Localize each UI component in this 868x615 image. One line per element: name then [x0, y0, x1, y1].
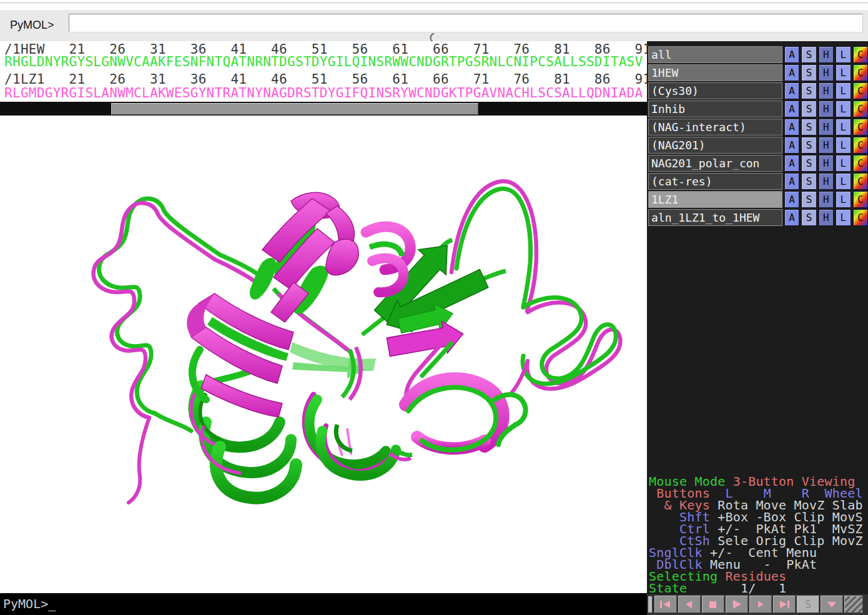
h-menu-button[interactable]: H — [819, 101, 834, 117]
back-button[interactable] — [678, 596, 701, 613]
h-menu-button[interactable]: H — [819, 137, 834, 154]
object-panel: allASHLC1HEWASHLC(Cys30)ASHLCInhibASHLC(… — [647, 41, 868, 615]
s-menu-button[interactable]: S — [801, 191, 816, 208]
end-button[interactable] — [773, 596, 796, 613]
l-menu-button[interactable]: L — [836, 173, 851, 190]
sequence-scrollbar[interactable] — [0, 102, 647, 116]
console-prompt: PyMOL>_ — [3, 593, 56, 615]
object-name[interactable]: NAG201_polar_con — [648, 155, 782, 172]
c-menu-button[interactable]: C — [853, 191, 868, 208]
console-bar: PyMOL>_ — [0, 593, 647, 615]
window-top-strip — [0, 0, 868, 10]
s-menu-button[interactable]: S — [801, 173, 816, 190]
s-menu-button[interactable]: S — [801, 209, 816, 226]
s-menu-button[interactable]: S — [801, 64, 816, 81]
s-menu-button[interactable]: S — [801, 119, 816, 135]
protein-cartoon-overlay — [0, 41, 647, 593]
l-menu-button[interactable]: L — [836, 82, 851, 99]
play-button[interactable] — [726, 596, 748, 613]
c-menu-button[interactable]: C — [853, 101, 868, 117]
c-menu-button[interactable]: C — [853, 209, 868, 226]
h-menu-button[interactable]: H — [819, 119, 834, 135]
object-name[interactable]: (NAG-interact) — [648, 119, 782, 135]
resize-grip[interactable] — [844, 596, 863, 613]
pymol-prompt-label: PyMOL> — [10, 19, 54, 32]
object-row--cat-res-: (cat-res)ASHLC — [647, 172, 868, 190]
object-row-all: allASHLC — [647, 46, 868, 64]
a-menu-button[interactable]: A — [784, 82, 799, 99]
l-menu-button[interactable]: L — [836, 101, 851, 117]
h-menu-button[interactable]: H — [819, 64, 834, 81]
command-input[interactable] — [69, 14, 863, 32]
playback-buttons: S — [654, 596, 864, 613]
l-menu-button[interactable]: L — [836, 46, 851, 63]
s-menu-button[interactable]: S — [801, 82, 816, 99]
sequence-scrollbar-thumb[interactable] — [111, 103, 478, 115]
h-menu-button[interactable]: H — [819, 155, 834, 172]
l-menu-button[interactable]: L — [836, 137, 851, 154]
object-name[interactable]: (Cys30) — [648, 82, 782, 99]
l-menu-button[interactable]: L — [836, 191, 851, 208]
object-list: allASHLC1HEWASHLC(Cys30)ASHLCInhibASHLC(… — [647, 46, 868, 227]
h-menu-button[interactable]: H — [819, 173, 834, 190]
object-row-nag201-polar-con: NAG201_polar_conASHLC — [647, 154, 868, 172]
a-menu-button[interactable]: A — [784, 155, 799, 172]
object-row-1lz1: 1LZ1ASHLC — [647, 190, 868, 209]
object-row-inhib: InhibASHLC — [647, 100, 868, 118]
s-menu-button[interactable]: S — [801, 101, 816, 117]
a-menu-button[interactable]: A — [784, 137, 799, 154]
a-menu-button[interactable]: A — [784, 64, 799, 81]
c-menu-button[interactable]: C — [853, 173, 868, 190]
h-menu-button[interactable]: H — [819, 46, 834, 63]
object-name[interactable]: (NAG201) — [648, 137, 782, 154]
l-menu-button[interactable]: L — [836, 209, 851, 226]
a-menu-button[interactable]: A — [784, 46, 799, 63]
stop-button[interactable] — [702, 596, 724, 613]
object-row--nag-interact-: (NAG-interact)ASHLC — [647, 118, 868, 136]
h-menu-button[interactable]: H — [819, 191, 834, 208]
divider — [0, 2, 868, 3]
h-menu-button[interactable]: H — [819, 82, 834, 99]
sequence-1LZ1[interactable]: RLGMDGYRGISLANWMCLAKWESGYNTRATNYNAGDRSTD… — [4, 87, 643, 99]
sequence-1HEW[interactable]: RHGLDNYRGYSLGNWVCAAKFESNFNTQATNRNTDGSTDY… — [4, 56, 643, 68]
object-name[interactable]: all — [648, 46, 782, 63]
object-row--nag201-: (NAG201)ASHLC — [647, 136, 868, 154]
playback-bar: S — [647, 594, 868, 615]
object-name[interactable]: 1HEW — [648, 64, 782, 81]
a-menu-button[interactable]: A — [784, 119, 799, 135]
object-row-aln-1lz1-to-1hew: aln_1LZ1_to_1HEWASHLC — [647, 209, 868, 227]
playback-drag-tab[interactable] — [648, 596, 652, 613]
viewport-3d[interactable]: /1HEW 21 26 31 36 41 46 51 56 61 66 71 7… — [0, 41, 647, 593]
a-menu-button[interactable]: A — [784, 191, 799, 208]
object-row--cys30-: (Cys30)ASHLC — [647, 82, 868, 100]
object-name[interactable]: 1LZ1 — [648, 191, 782, 208]
l-menu-button[interactable]: L — [836, 155, 851, 172]
a-menu-button[interactable]: A — [784, 173, 799, 190]
c-menu-button[interactable]: C — [853, 155, 868, 172]
l-menu-button[interactable]: L — [836, 119, 851, 135]
l-menu-button[interactable]: L — [836, 64, 851, 81]
object-name[interactable]: Inhib — [648, 101, 782, 117]
h-menu-button[interactable]: H — [819, 209, 834, 226]
sequence-ruler-1HEW: /1HEW 21 26 31 36 41 46 51 56 61 66 71 7… — [4, 43, 651, 56]
forward-button[interactable] — [749, 596, 772, 613]
c-menu-button[interactable]: C — [853, 119, 868, 135]
object-name[interactable]: (cat-res) — [648, 173, 782, 190]
a-menu-button[interactable]: A — [784, 101, 799, 117]
c-menu-button[interactable]: C — [853, 137, 868, 154]
mouse-mode-help: Mouse Mode 3-Button Viewing Buttons L M … — [649, 476, 867, 594]
menu-button[interactable] — [821, 596, 843, 613]
a-menu-button[interactable]: A — [784, 209, 799, 226]
s-menu-button[interactable]: S — [801, 137, 816, 154]
s-menu-button[interactable]: S — [801, 155, 816, 172]
c-menu-button[interactable]: C — [853, 46, 868, 63]
s-button[interactable]: S — [797, 596, 819, 613]
rewind-button[interactable] — [654, 596, 677, 613]
object-row-1hew: 1HEWASHLC — [647, 64, 868, 82]
sequence-ruler-1LZ1: /1LZ1 21 26 31 36 41 46 51 56 61 66 71 7… — [4, 73, 651, 86]
object-name[interactable]: aln_1LZ1_to_1HEW — [648, 209, 782, 226]
s-menu-button[interactable]: S — [801, 46, 816, 63]
c-menu-button[interactable]: C — [853, 82, 868, 99]
c-menu-button[interactable]: C — [853, 64, 868, 81]
help-line: State 1/ 1 — [649, 583, 867, 594]
